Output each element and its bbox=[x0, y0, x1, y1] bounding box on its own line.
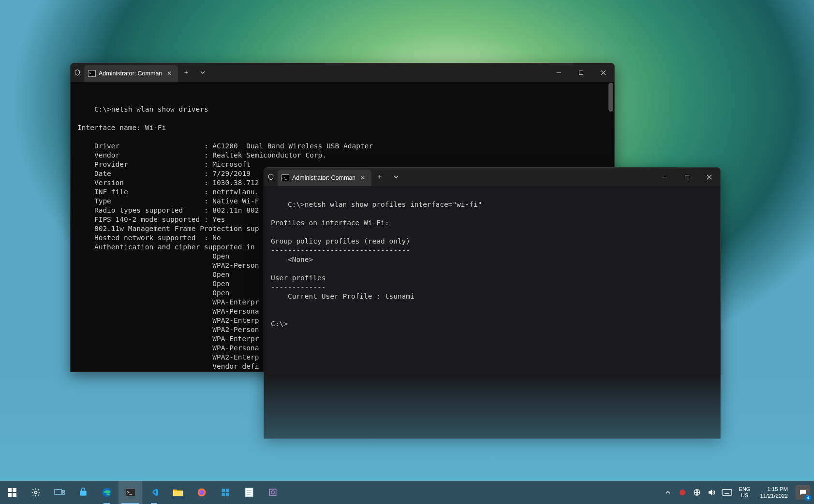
svg-rect-27 bbox=[269, 489, 276, 495]
maximize-button[interactable] bbox=[570, 63, 592, 82]
store-icon[interactable] bbox=[71, 481, 95, 504]
settings-icon[interactable] bbox=[24, 481, 47, 504]
svg-rect-8 bbox=[8, 488, 12, 492]
notification-badge: 4 bbox=[805, 495, 811, 501]
minimize-button[interactable] bbox=[548, 63, 570, 82]
tab-close-icon[interactable]: ✕ bbox=[164, 69, 174, 78]
firefox-icon[interactable] bbox=[190, 481, 213, 504]
svg-point-18 bbox=[199, 490, 204, 495]
svg-point-29 bbox=[680, 490, 685, 495]
tray-app-icon[interactable] bbox=[677, 489, 688, 496]
tab-label: Administrator: Command Prompt bbox=[99, 70, 162, 77]
app-icon-2[interactable] bbox=[261, 481, 284, 504]
svg-rect-14 bbox=[62, 490, 64, 492]
lang-secondary: US bbox=[741, 492, 748, 499]
svg-rect-10 bbox=[8, 493, 12, 497]
tab-dropdown-icon[interactable] bbox=[194, 63, 211, 82]
terminal-icon[interactable]: >_ bbox=[118, 481, 142, 504]
terminal-window-2[interactable]: >_ Administrator: Command Prompt ✕ ＋ C:\… bbox=[264, 167, 721, 439]
svg-rect-31 bbox=[722, 490, 732, 495]
tab-dropdown-icon[interactable] bbox=[388, 168, 404, 186]
volume-icon[interactable] bbox=[706, 489, 717, 496]
svg-rect-20 bbox=[225, 489, 229, 492]
language-indicator[interactable]: ENG US bbox=[737, 486, 753, 499]
tab-cmd[interactable]: >_ Administrator: Command Prompt ✕ bbox=[278, 170, 371, 186]
maximize-button[interactable] bbox=[676, 168, 698, 186]
shield-icon bbox=[264, 168, 278, 186]
cmd-icon: >_ bbox=[88, 70, 96, 77]
terminal-text: C:\>netsh wlan show profiles interface="… bbox=[271, 201, 482, 328]
new-tab-button[interactable]: ＋ bbox=[178, 63, 194, 82]
svg-point-12 bbox=[34, 491, 37, 494]
scrollbar[interactable] bbox=[608, 83, 613, 112]
titlebar[interactable]: >_ Administrator: Command Prompt ✕ ＋ bbox=[264, 168, 720, 186]
minimize-button[interactable] bbox=[653, 168, 676, 186]
taskview-icon[interactable] bbox=[47, 481, 71, 504]
tab-cmd[interactable]: >_ Administrator: Command Prompt ✕ bbox=[84, 65, 178, 82]
titlebar[interactable]: >_ Administrator: Command Prompt ✕ ＋ bbox=[71, 63, 614, 82]
notifications-icon[interactable]: 4 bbox=[796, 485, 810, 500]
svg-rect-9 bbox=[13, 488, 16, 492]
svg-rect-11 bbox=[13, 493, 16, 497]
close-button[interactable] bbox=[592, 63, 614, 82]
svg-rect-1 bbox=[579, 71, 583, 74]
svg-rect-22 bbox=[225, 493, 229, 496]
vscode-icon[interactable] bbox=[142, 481, 166, 504]
svg-rect-19 bbox=[222, 489, 225, 492]
edge-icon[interactable] bbox=[95, 481, 118, 504]
tray-chevron-icon[interactable] bbox=[663, 490, 673, 495]
svg-rect-5 bbox=[685, 175, 689, 179]
tab-close-icon[interactable]: ✕ bbox=[358, 173, 368, 183]
svg-rect-21 bbox=[222, 493, 225, 496]
shield-icon bbox=[71, 63, 84, 82]
cmd-icon: >_ bbox=[281, 174, 289, 181]
close-button[interactable] bbox=[698, 168, 720, 186]
keyboard-icon[interactable] bbox=[721, 489, 733, 496]
new-tab-button[interactable]: ＋ bbox=[371, 168, 388, 186]
time: 1:15 PM bbox=[767, 486, 788, 492]
clock[interactable]: 1:15 PM 11/21/2022 bbox=[756, 486, 792, 499]
tab-label: Administrator: Command Prompt bbox=[292, 174, 355, 181]
date: 11/21/2022 bbox=[760, 492, 788, 499]
start-button[interactable] bbox=[0, 481, 24, 504]
svg-rect-13 bbox=[55, 490, 61, 494]
taskbar[interactable]: >_ bbox=[0, 481, 814, 504]
network-icon[interactable] bbox=[692, 489, 702, 496]
notepad-icon[interactable] bbox=[237, 481, 261, 504]
terminal-output[interactable]: C:\>netsh wlan show profiles interface="… bbox=[264, 186, 720, 438]
lang-primary: ENG bbox=[739, 486, 751, 492]
svg-point-28 bbox=[271, 491, 274, 494]
app-icon-1[interactable] bbox=[213, 481, 237, 504]
svg-rect-15 bbox=[62, 493, 64, 494]
explorer-icon[interactable] bbox=[166, 481, 190, 504]
